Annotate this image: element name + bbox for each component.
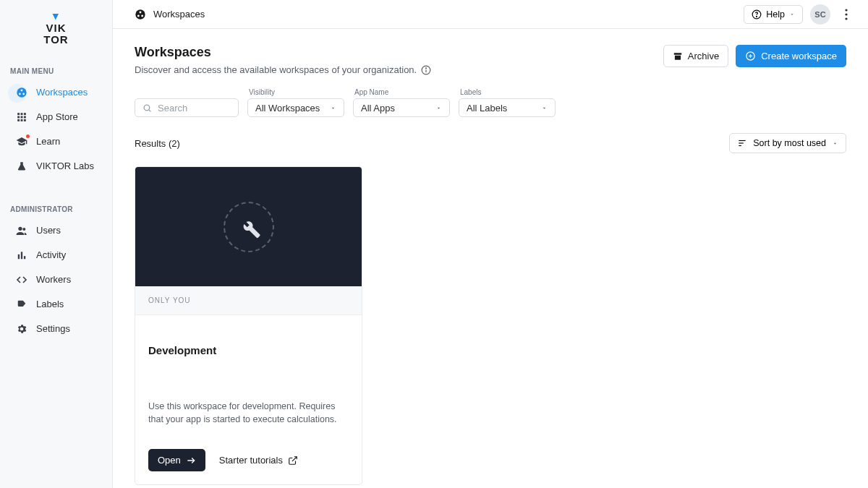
svg-rect-30 xyxy=(674,53,682,54)
sidebar-item-users[interactable]: Users xyxy=(0,218,112,243)
graduation-cap-icon xyxy=(16,136,27,147)
search-icon xyxy=(142,103,152,113)
more-menu-button[interactable] xyxy=(838,6,855,23)
svg-rect-9 xyxy=(24,116,26,118)
svg-point-21 xyxy=(141,14,143,17)
external-link-icon xyxy=(288,455,298,466)
app-filter-label: App Name xyxy=(353,88,450,96)
sidebar: ▾ VIK TOR MAIN MENU Workspaces App Store xyxy=(0,0,113,488)
sidebar-item-label: Settings xyxy=(36,323,70,334)
svg-rect-7 xyxy=(17,116,20,118)
sidebar-item-label: App Store xyxy=(36,111,78,122)
breadcrumb: Workspaces xyxy=(153,9,205,20)
svg-point-23 xyxy=(757,16,757,17)
visibility-filter-label: Visibility xyxy=(247,88,344,96)
sidebar-item-appstore[interactable]: App Store xyxy=(0,105,112,129)
svg-point-20 xyxy=(137,14,140,17)
bar-chart-icon xyxy=(16,249,27,261)
flask-icon xyxy=(16,160,27,172)
svg-point-14 xyxy=(22,228,25,231)
nav-section-main-title: MAIN MENU xyxy=(10,67,54,75)
page-subtitle: Discover and access the available worksp… xyxy=(135,64,431,75)
svg-rect-15 xyxy=(18,254,20,258)
svg-point-24 xyxy=(845,9,847,11)
svg-rect-6 xyxy=(24,113,26,115)
create-workspace-button[interactable]: Create workspace xyxy=(736,45,846,67)
svg-rect-12 xyxy=(24,119,26,121)
card-hero xyxy=(135,167,362,286)
sidebar-item-workspaces[interactable]: Workspaces xyxy=(0,80,112,105)
archive-button[interactable]: Archive xyxy=(663,45,728,67)
wrench-icon xyxy=(237,215,261,239)
svg-rect-10 xyxy=(17,119,20,121)
page-content: Workspaces Discover and access the avail… xyxy=(113,29,868,488)
open-label: Open xyxy=(158,455,181,466)
tag-icon xyxy=(16,299,27,310)
svg-point-26 xyxy=(845,17,847,20)
app-filter[interactable]: All Apps xyxy=(353,98,450,117)
workspaces-icon xyxy=(135,9,146,20)
chevron-down-icon xyxy=(435,105,442,111)
nav-section-admin-title: ADMINISTRATOR xyxy=(10,205,73,213)
sidebar-item-activity[interactable]: Activity xyxy=(0,243,112,267)
sidebar-item-workers[interactable]: Workers xyxy=(0,267,112,292)
code-icon xyxy=(16,274,27,286)
labels-filter-label: Labels xyxy=(459,88,556,96)
sidebar-item-learn[interactable]: Learn xyxy=(0,129,112,154)
help-button[interactable]: Help xyxy=(744,5,803,24)
svg-point-0 xyxy=(17,87,26,97)
visibility-filter[interactable]: All Workspaces xyxy=(247,98,344,117)
search-input-wrap[interactable] xyxy=(135,98,239,117)
workspaces-icon xyxy=(16,87,27,98)
svg-point-29 xyxy=(426,67,427,68)
avatar[interactable]: SC xyxy=(810,4,830,25)
sidebar-item-labs[interactable]: VIKTOR Labs xyxy=(0,154,112,179)
filters-row: Visibility All Workspaces App Name All A… xyxy=(135,88,846,117)
sidebar-item-label: Activity xyxy=(36,249,66,260)
results-bar: Results (2) Sort by most used xyxy=(135,133,846,153)
svg-point-25 xyxy=(845,13,847,15)
help-label: Help xyxy=(766,9,785,20)
info-icon[interactable] xyxy=(421,65,431,75)
svg-point-1 xyxy=(21,89,23,91)
archive-icon xyxy=(673,51,683,61)
svg-line-35 xyxy=(149,109,150,111)
sidebar-item-settings[interactable]: Settings xyxy=(0,317,112,341)
svg-rect-11 xyxy=(21,119,23,121)
tutorials-label: Starter tutorials xyxy=(219,455,283,466)
brand-logo: ▾ VIK TOR xyxy=(0,10,112,59)
svg-point-34 xyxy=(144,105,150,111)
chevron-down-icon xyxy=(832,140,838,147)
grid-icon xyxy=(16,111,27,123)
svg-rect-16 xyxy=(21,252,22,259)
card-visibility-strip: ONLY YOU xyxy=(135,286,362,315)
card-title: Development xyxy=(148,344,349,356)
topbar: Workspaces Help SC xyxy=(113,0,868,29)
sort-icon xyxy=(737,138,747,148)
labels-filter[interactable]: All Labels xyxy=(459,98,556,117)
svg-point-19 xyxy=(140,11,142,13)
plus-circle-icon xyxy=(745,51,756,61)
chevron-down-icon xyxy=(330,105,336,111)
dashed-circle-icon xyxy=(224,202,274,252)
sidebar-item-label: VIKTOR Labs xyxy=(36,160,94,171)
nav-section-admin: ADMINISTRATOR xyxy=(0,197,112,218)
sidebar-item-label: Workspaces xyxy=(36,87,88,98)
svg-rect-4 xyxy=(17,113,20,115)
svg-rect-5 xyxy=(21,113,23,115)
sort-button[interactable]: Sort by most used xyxy=(729,133,846,153)
page-title: Workspaces xyxy=(135,45,431,60)
users-icon xyxy=(16,225,27,236)
card-description: Use this workspace for development. Requ… xyxy=(148,400,349,426)
open-workspace-button[interactable]: Open xyxy=(148,449,205,471)
tutorials-link[interactable]: Starter tutorials xyxy=(216,449,307,471)
gear-icon xyxy=(16,323,27,335)
sidebar-item-labels[interactable]: Labels xyxy=(0,292,112,317)
archive-label: Archive xyxy=(688,51,719,61)
workspace-card: ONLY YOU Development Use this workspace … xyxy=(135,166,362,485)
svg-point-13 xyxy=(18,226,22,230)
svg-point-18 xyxy=(135,9,145,19)
svg-point-3 xyxy=(22,93,25,95)
sidebar-item-label: Learn xyxy=(36,136,60,147)
sidebar-item-label: Workers xyxy=(36,274,71,285)
